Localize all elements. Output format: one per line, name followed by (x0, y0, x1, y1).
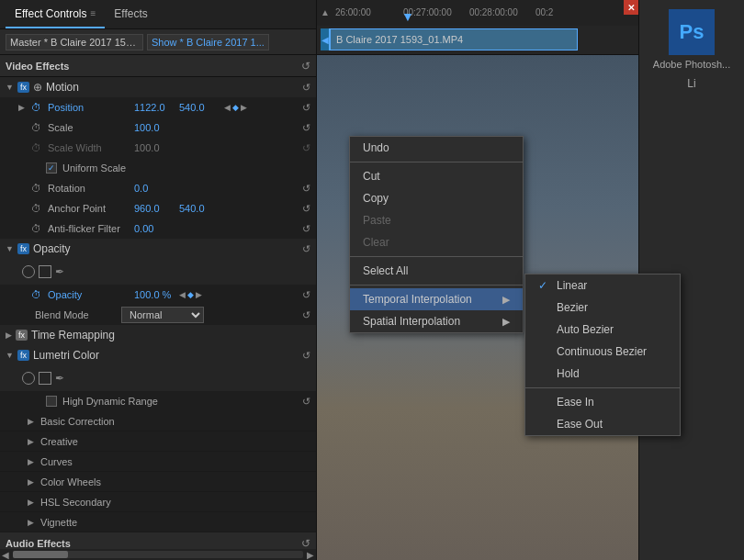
tab-effects[interactable]: Effects (105, 0, 156, 28)
sub-continuous-bezier[interactable]: Continuous Bezier (525, 341, 680, 363)
uniform-scale-checkbox[interactable] (46, 162, 57, 174)
lumetri-group-header[interactable]: ▼ fx Lumetri Color ↺ (0, 345, 316, 365)
opacity-stopwatch[interactable]: ⏱ (31, 289, 44, 300)
lumetri-reset[interactable]: ↺ (302, 350, 310, 362)
pen-icon[interactable]: ✒ (55, 265, 64, 278)
position-keyframe[interactable]: ◆ (232, 103, 239, 112)
lumetri-name: Lumetri Color (33, 349, 99, 362)
scroll-thumb (13, 551, 68, 558)
position-row[interactable]: ▶ ⏱ Position 1122.0 540.0 ◀ ◆ ▶ ↺ (0, 97, 316, 118)
ps-icon[interactable]: Ps (669, 9, 715, 55)
scroll-right-arrow[interactable]: ▶ (307, 550, 314, 560)
anchor-point-y[interactable]: 540.0 (179, 203, 220, 214)
scale-row[interactable]: ⏱ Scale 100.0 ↺ (0, 118, 316, 138)
color-wheels-triangle: ▶ (28, 477, 37, 487)
anchor-point-reset[interactable]: ↺ (302, 203, 310, 215)
uniform-scale-row[interactable]: Uniform Scale (0, 158, 316, 178)
motion-group-header[interactable]: ▼ fx ⊕ Motion ↺ (0, 77, 316, 97)
context-cut[interactable]: Cut (350, 165, 523, 187)
context-select-all[interactable]: Select All (350, 260, 523, 282)
video-effects-reset[interactable]: ↺ (301, 60, 310, 73)
scroll-left-arrow[interactable]: ◀ (2, 550, 9, 560)
opacity-keyframe[interactable]: ◆ (187, 290, 194, 299)
show-source-select[interactable]: Show * B Claire 2017 1... (147, 34, 269, 50)
effects-content: Video Effects ↺ ▼ fx ⊕ Motion ↺ ▶ ⏱ Posi… (0, 55, 316, 549)
scale-reset[interactable]: ↺ (302, 122, 310, 134)
sub-ease-in[interactable]: Ease In (525, 391, 680, 413)
spatial-sub-arrow: ▶ (502, 316, 510, 328)
bottom-scrollbar[interactable]: ◀ ▶ (0, 549, 316, 560)
scale-width-stopwatch[interactable]: ⏱ (31, 142, 44, 153)
hdr-checkbox[interactable] (46, 396, 57, 407)
rectangle-icon[interactable] (39, 265, 51, 278)
vignette-item[interactable]: ▶ Vignette (0, 512, 316, 532)
ellipse-icon[interactable] (22, 265, 35, 278)
scale-value[interactable]: 100.0 (134, 122, 175, 133)
position-next[interactable]: ▶ (241, 103, 247, 112)
opacity-val-reset[interactable]: ↺ (302, 289, 310, 301)
basic-correction-triangle: ▶ (28, 417, 37, 426)
opacity-prev[interactable]: ◀ (179, 290, 186, 299)
clip-block[interactable]: B Claire 2017 1593_01.MP4 (330, 28, 578, 50)
opacity-group-header[interactable]: ▼ fx Opacity ↺ (0, 239, 316, 259)
opacity-next[interactable]: ▶ (196, 290, 202, 299)
blend-mode-row[interactable]: Blend Mode Normal Multiply Screen Overla… (0, 305, 316, 325)
position-stopwatch[interactable]: ⏱ (31, 102, 44, 113)
sub-bezier[interactable]: Bezier (525, 297, 680, 319)
close-button[interactable]: ✕ (624, 0, 638, 15)
basic-correction-item[interactable]: ▶ Basic Correction (0, 411, 316, 431)
rotation-row[interactable]: ⏱ Rotation 0.0 ↺ (0, 178, 316, 198)
position-reset[interactable]: ↺ (302, 102, 310, 114)
sub-auto-bezier[interactable]: Auto Bezier (525, 319, 680, 341)
context-undo[interactable]: Undo (350, 137, 523, 159)
blend-mode-reset[interactable]: ↺ (302, 309, 310, 321)
context-temporal-interpolation[interactable]: Temporal Interpolation ▶ (350, 288, 523, 310)
position-y[interactable]: 540.0 (179, 102, 220, 113)
anti-flicker-stopwatch[interactable]: ⏱ (31, 223, 44, 234)
position-x[interactable]: 1122.0 (134, 102, 175, 113)
audio-effects-header: Audio Effects ↺ (0, 532, 316, 549)
context-clear[interactable]: Clear (350, 231, 523, 253)
sub-linear[interactable]: ✓ Linear (525, 274, 680, 297)
position-prev[interactable]: ◀ (224, 103, 231, 112)
scroll-up-btn[interactable]: ▲ (321, 7, 330, 17)
scroll-track[interactable] (13, 551, 303, 558)
lumetri-ellipse-icon[interactable] (22, 372, 35, 385)
opacity-value-row[interactable]: ⏱ Opacity 100.0 % ◀ ◆ ▶ ↺ (0, 285, 316, 305)
scale-width-row[interactable]: ⏱ Scale Width 100.0 ↺ (0, 138, 316, 158)
anti-flicker-reset[interactable]: ↺ (302, 223, 310, 235)
context-paste[interactable]: Paste (350, 209, 523, 231)
rotation-stopwatch[interactable]: ⏱ (31, 183, 44, 194)
tab-effect-controls[interactable]: Effect Controls ≡ (6, 0, 105, 28)
sub-ease-out[interactable]: Ease Out (525, 413, 680, 435)
anchor-point-row[interactable]: ⏱ Anchor Point 960.0 540.0 ↺ (0, 198, 316, 218)
opacity-value[interactable]: 100.0 % (134, 289, 175, 300)
color-wheels-item[interactable]: ▶ Color Wheels (0, 472, 316, 492)
hdr-row[interactable]: High Dynamic Range ↺ (0, 391, 316, 411)
time-remapping-header[interactable]: ▶ fx Time Remapping (0, 325, 316, 345)
scale-width-reset[interactable]: ↺ (302, 142, 310, 154)
audio-effects-reset[interactable]: ↺ (301, 537, 310, 550)
anti-flicker-value[interactable]: 0.00 (134, 223, 175, 234)
lumetri-rect-icon[interactable] (39, 372, 51, 385)
hsl-secondary-item[interactable]: ▶ HSL Secondary (0, 492, 316, 512)
anti-flicker-row[interactable]: ⏱ Anti-flicker Filter 0.00 ↺ (0, 218, 316, 239)
rotation-reset[interactable]: ↺ (302, 183, 310, 195)
scale-stopwatch[interactable]: ⏱ (31, 122, 44, 133)
rotation-value[interactable]: 0.0 (134, 183, 175, 194)
blend-mode-select[interactable]: Normal Multiply Screen Overlay (121, 307, 204, 323)
hdr-reset[interactable]: ↺ (302, 396, 310, 408)
creative-item[interactable]: ▶ Creative (0, 431, 316, 452)
opacity-reset[interactable]: ↺ (302, 243, 310, 255)
clip-left-handle[interactable]: ◀ (321, 28, 330, 50)
lumetri-pen-icon[interactable]: ✒ (55, 372, 64, 385)
anchor-point-x[interactable]: 960.0 (134, 203, 175, 214)
motion-reset[interactable]: ↺ (302, 82, 310, 94)
scale-width-value[interactable]: 100.0 (134, 142, 175, 153)
curves-item[interactable]: ▶ Curves (0, 452, 316, 472)
context-copy[interactable]: Copy (350, 187, 523, 209)
anchor-point-stopwatch[interactable]: ⏱ (31, 203, 44, 214)
sub-hold[interactable]: Hold (525, 363, 680, 385)
context-spatial-interpolation[interactable]: Spatial Interpolation ▶ (350, 310, 523, 332)
master-source-select[interactable]: Master * B Claire 2017 159... ▼ (6, 34, 143, 50)
